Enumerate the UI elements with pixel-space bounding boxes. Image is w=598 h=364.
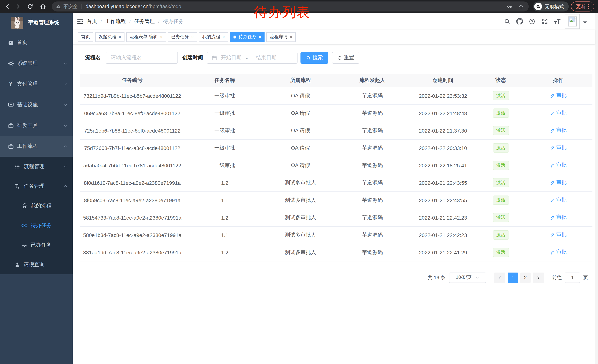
table-row: 8f059c03-7ac8-11ec-a9e2-a2380e71991a 1.1…	[80, 191, 592, 209]
approve-link[interactable]: 审批	[550, 197, 567, 203]
sidebar-item-payment[interactable]: ¥ 支付管理	[0, 74, 73, 94]
create-time: 2022-01-21 22:41:29	[419, 249, 467, 255]
cell-initiator: 芋道源码	[336, 139, 408, 157]
search-button[interactable]: 搜索	[300, 52, 328, 64]
header-search-button[interactable]	[500, 13, 513, 30]
app-logo[interactable]: 芋道管理系统	[0, 13, 73, 32]
help-icon[interactable]	[526, 13, 538, 30]
breadcrumb-workflow[interactable]: 工作流程	[105, 18, 126, 25]
edit-pen-icon	[550, 93, 555, 98]
cell-task-name: 1.2	[185, 244, 265, 261]
sidebar-item-home[interactable]: 首页	[0, 32, 73, 53]
sidebar-item-dev-tools[interactable]: 研发工具	[0, 115, 73, 136]
next-page-button[interactable]	[533, 272, 544, 283]
process-name: OA 请假	[291, 127, 310, 133]
reset-button[interactable]: 重置	[332, 52, 359, 64]
process-name: 测试多审批人	[285, 197, 316, 203]
tab-close-icon[interactable]: ×	[290, 35, 292, 39]
tab-process-form-edit[interactable]: 流程表单-编辑×	[126, 32, 166, 42]
sidebar-item-done-tasks[interactable]: 已办任务	[0, 235, 73, 255]
sidebar-item-leave-query[interactable]: 请假查询	[0, 255, 73, 274]
tab-start-process[interactable]: 发起流程×	[95, 32, 125, 42]
browser-update-button[interactable]: 更新	[571, 1, 594, 11]
approve-link[interactable]: 审批	[550, 231, 567, 238]
start-date-placeholder: 开始日期	[221, 54, 244, 61]
page-scrollbar[interactable]	[595, 13, 598, 364]
approve-link[interactable]: 审批	[550, 214, 567, 221]
sidebar-collapse-button[interactable]	[73, 18, 84, 25]
github-icon[interactable]	[513, 13, 526, 30]
sidebar-item-system[interactable]: 系统管理	[0, 53, 73, 74]
cell-create-time: 2022-01-21 22:41:29	[408, 244, 478, 261]
page-button-2[interactable]: 2	[520, 272, 531, 283]
sidebar-item-my-process[interactable]: 我的流程	[0, 196, 73, 216]
cell-task-name: 1.2	[185, 209, 265, 226]
breadcrumb-home[interactable]: 首页	[87, 18, 97, 25]
tab-home[interactable]: 首页	[78, 32, 93, 42]
date-range-input[interactable]: 开始日期 - 结束日期	[207, 52, 298, 64]
sidebar-item-process-management[interactable]: 流程管理	[0, 157, 73, 176]
url-path: /bpm/task/todo	[148, 4, 181, 9]
select-caret-icon	[475, 275, 479, 280]
cell-task-id: 069c6a63-7b8a-11ec-8ef0-acde48001122	[80, 105, 185, 122]
approve-link[interactable]: 审批	[550, 92, 567, 99]
tab-close-icon[interactable]: ×	[191, 35, 194, 39]
tags-view-bar: 首页 发起流程× 流程表单-编辑× 已办任务× 我的流程× 待办任务× 流程详情…	[73, 30, 595, 44]
password-key-icon[interactable]	[507, 4, 512, 9]
process-name: 测试多审批人	[285, 249, 316, 255]
prev-page-button[interactable]	[494, 272, 505, 283]
sidebar-item-label: 基础设施	[17, 101, 38, 108]
browser-home-button[interactable]	[38, 1, 48, 12]
task-name: 1.2	[221, 180, 228, 186]
goto-page-input[interactable]: 1	[565, 272, 580, 283]
browser-reload-button[interactable]	[25, 1, 35, 12]
cell-status: 激活	[478, 209, 524, 226]
font-size-icon[interactable]	[551, 13, 564, 30]
approve-link[interactable]: 审批	[550, 249, 567, 256]
avatar[interactable]	[565, 14, 580, 29]
page-button-1[interactable]: 1	[507, 272, 518, 283]
approve-link[interactable]: 审批	[550, 110, 567, 116]
eye-icon	[21, 222, 28, 229]
avatar-caret-icon[interactable]	[583, 21, 587, 24]
tab-close-icon[interactable]: ×	[259, 35, 261, 39]
tab-close-icon[interactable]: ×	[119, 35, 121, 39]
approve-link[interactable]: 审批	[550, 162, 567, 169]
cell-task-id: 381aa1dd-7ac8-11ec-a9e2-a2380e71991a	[80, 244, 185, 261]
browser-back-button[interactable]	[2, 1, 13, 12]
cell-actions: 审批	[524, 174, 592, 191]
tab-close-icon[interactable]: ×	[222, 35, 225, 39]
bookmark-star-icon[interactable]	[518, 4, 524, 9]
browser-forward-button[interactable]	[13, 1, 23, 12]
approve-link[interactable]: 审批	[550, 127, 567, 134]
cell-create-time: 2022-01-22 21:48:48	[408, 105, 478, 122]
tab-my-process[interactable]: 我的流程×	[199, 32, 228, 42]
app-header: 首页 / 工作流程 / 任务管理 / 待办任务	[73, 13, 595, 30]
create-time: 2022-01-22 23:53:32	[419, 93, 467, 99]
cell-actions: 审批	[524, 191, 592, 209]
fullscreen-icon[interactable]	[538, 13, 551, 30]
tab-process-detail[interactable]: 流程详情×	[266, 32, 296, 42]
tab-todo-tasks[interactable]: 待办任务×	[230, 32, 265, 42]
sidebar-item-workflow[interactable]: 工作流程	[0, 136, 73, 157]
page-size-select[interactable]: 10条/页	[449, 272, 486, 283]
tab-close-icon[interactable]: ×	[160, 35, 163, 39]
cell-initiator: 芋道源码	[336, 87, 408, 105]
sidebar-item-label: 研发工具	[17, 122, 38, 129]
home-icon	[40, 3, 46, 10]
tab-done-tasks[interactable]: 已办任务×	[168, 32, 197, 42]
sidebar-item-todo-tasks[interactable]: 待办任务	[0, 216, 73, 235]
broken-image-icon	[568, 16, 577, 26]
approve-link[interactable]: 审批	[550, 179, 567, 186]
cell-task-id: 58154733-7ac8-11ec-a9e2-a2380e71991a	[80, 209, 185, 226]
process-name-input[interactable]: 请输入流程名	[106, 52, 178, 64]
incognito-badge: 无痕模式	[533, 1, 569, 11]
briefcase-icon	[8, 143, 14, 150]
breadcrumb-task-management[interactable]: 任务管理	[134, 18, 155, 25]
sidebar-item-label: 支付管理	[17, 81, 38, 87]
cell-task-name: 一级审批	[185, 105, 265, 122]
sidebar-item-infrastructure[interactable]: 基础设施	[0, 94, 73, 115]
create-time: 2022-01-22 21:48:48	[419, 110, 467, 116]
sidebar-item-task-management[interactable]: 任务管理	[0, 176, 73, 196]
approve-link[interactable]: 审批	[550, 145, 567, 151]
